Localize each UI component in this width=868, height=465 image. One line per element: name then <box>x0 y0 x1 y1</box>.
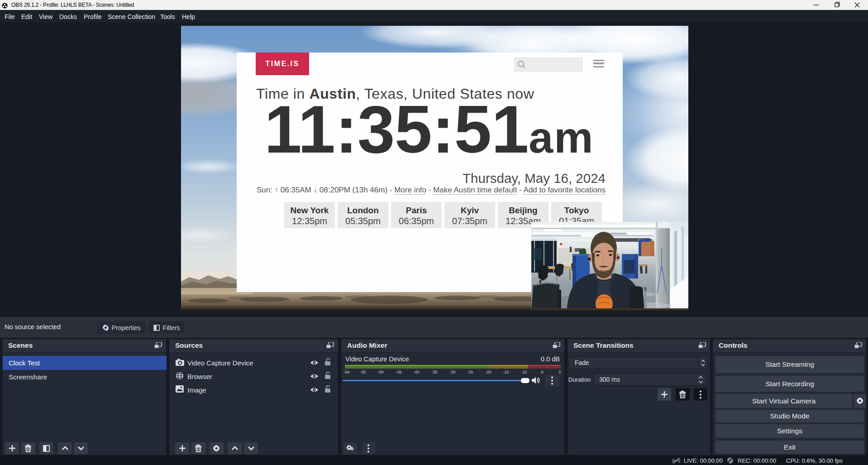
svg-text:-40: -40 <box>413 370 419 374</box>
svg-text:-50: -50 <box>377 370 383 374</box>
svg-text:-30: -30 <box>449 370 455 374</box>
svg-text:-25: -25 <box>467 370 473 374</box>
svg-text:-35: -35 <box>431 370 437 374</box>
svg-text:-15: -15 <box>503 370 509 374</box>
svg-text:0: 0 <box>558 370 561 374</box>
svg-text:-5: -5 <box>540 370 544 374</box>
svg-text:-10: -10 <box>521 370 527 374</box>
svg-text:-55: -55 <box>360 370 366 374</box>
svg-text:-60: -60 <box>343 370 349 374</box>
svg-text:-45: -45 <box>396 370 401 374</box>
svg-text:-20: -20 <box>485 370 491 374</box>
